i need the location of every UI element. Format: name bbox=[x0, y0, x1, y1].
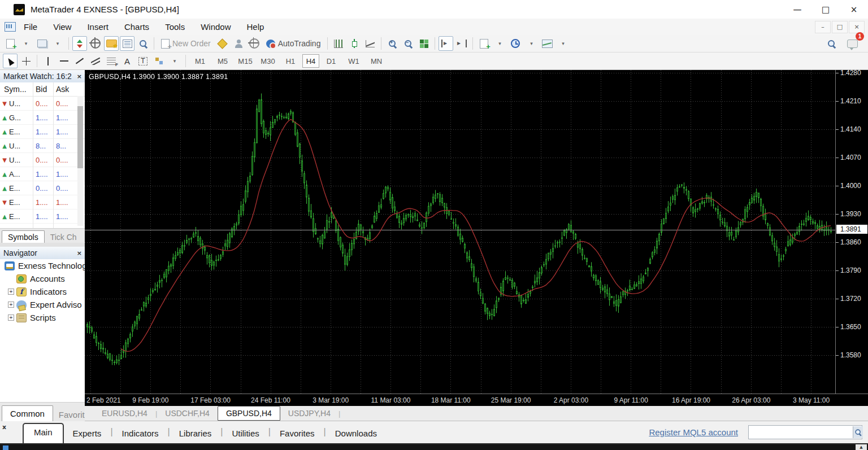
navigator-header[interactable]: Navigator × bbox=[0, 247, 85, 260]
terminal-tab-utilities[interactable]: Utilities bbox=[223, 424, 268, 443]
data-window-button[interactable] bbox=[88, 36, 103, 51]
child-close-button[interactable]: × bbox=[849, 21, 865, 33]
menu-file[interactable]: File bbox=[16, 19, 45, 34]
arrows-button[interactable] bbox=[151, 54, 166, 68]
market-watch-row[interactable]: ▲ E... 1.... 1.... bbox=[0, 209, 85, 224]
fibonacci-button[interactable]: F bbox=[104, 54, 119, 68]
market-watch-row[interactable]: ▼ E... 1.... 1.... bbox=[0, 195, 85, 209]
market-watch-header[interactable]: Market Watch: 16:2 × bbox=[0, 70, 85, 83]
indicators-list-button[interactable]: + bbox=[476, 36, 491, 51]
market-watch-row[interactable]: ▲ G... 1.... 1.... bbox=[0, 111, 85, 125]
text-tool-button[interactable]: A bbox=[120, 54, 134, 68]
trendline-button[interactable] bbox=[72, 54, 87, 68]
market-watch-row[interactable]: ▲ A... 1.... 1.... bbox=[0, 167, 85, 181]
timeframe-m5[interactable]: M5 bbox=[212, 54, 233, 68]
tile-windows-button[interactable] bbox=[416, 36, 431, 51]
timeframe-mn[interactable]: MN bbox=[366, 54, 387, 68]
vertical-line-button[interactable] bbox=[41, 54, 55, 68]
chart-tab-usdjpy[interactable]: USDJPY,H4 bbox=[280, 407, 338, 420]
chart-canvas[interactable] bbox=[85, 70, 835, 394]
market-watch-row[interactable]: ▲ E... 0.... 0.... bbox=[0, 181, 85, 195]
profiles-button[interactable] bbox=[34, 36, 49, 51]
terminal-close-icon[interactable]: x bbox=[2, 423, 6, 431]
chart-tab-gbpusd[interactable]: GBPUSD,H4 bbox=[218, 406, 280, 421]
market-watch-button[interactable] bbox=[72, 36, 87, 51]
market-watch-row[interactable]: ▲ F 1.... 1.... bbox=[0, 224, 85, 228]
timeframe-m15[interactable]: M15 bbox=[235, 54, 256, 68]
terminal-tab-libraries[interactable]: Libraries bbox=[170, 424, 221, 443]
chart-tab-eurusd[interactable]: EURUSD,H4 bbox=[94, 407, 155, 420]
timeframe-w1[interactable]: W1 bbox=[343, 54, 364, 68]
terminal-search-input[interactable] bbox=[749, 427, 853, 438]
expand-plus-icon[interactable]: + bbox=[8, 289, 14, 295]
window-close-button[interactable]: × bbox=[840, 0, 868, 19]
metaeditor-button[interactable] bbox=[215, 36, 230, 51]
text-label-button[interactable]: T bbox=[136, 54, 150, 68]
expand-plus-icon[interactable]: + bbox=[8, 302, 14, 308]
indicators-dropdown[interactable]: ▾ bbox=[492, 36, 507, 51]
tab-common[interactable]: Common bbox=[2, 405, 53, 421]
tree-item-indicators[interactable]: + Indicators bbox=[0, 285, 85, 298]
new-chart-dropdown[interactable]: ▾ bbox=[19, 36, 33, 51]
timeframe-d1[interactable]: D1 bbox=[320, 54, 342, 68]
chart-tab-usdchf[interactable]: USDCHF,H4 bbox=[157, 407, 218, 420]
timeframe-h4[interactable]: H4 bbox=[302, 54, 319, 68]
tree-item-accounts[interactable]: Accounts bbox=[0, 272, 85, 285]
equidistant-channel-button[interactable] bbox=[88, 54, 103, 68]
zoom-out-button[interactable]: − bbox=[401, 36, 415, 51]
market-watch-scrollbar[interactable] bbox=[77, 96, 83, 226]
terminal-search-button[interactable] bbox=[853, 426, 863, 438]
crosshair-tool-button[interactable] bbox=[19, 54, 33, 68]
horizontal-line-button[interactable] bbox=[57, 54, 71, 68]
child-minimize-button[interactable]: – bbox=[815, 21, 831, 33]
candlestick-chart-button[interactable] bbox=[347, 36, 362, 51]
cursor-tool-button[interactable] bbox=[3, 54, 18, 68]
menu-tools[interactable]: Tools bbox=[157, 19, 193, 34]
window-maximize-button[interactable]: □ bbox=[811, 0, 840, 19]
profiles-dropdown[interactable]: ▾ bbox=[50, 36, 65, 51]
terminal-tab-downloads[interactable]: Downloads bbox=[326, 424, 386, 443]
market-watch-row[interactable]: ▼ U... 0.... 0.... bbox=[0, 153, 85, 167]
price-scale[interactable]: 1.3891 1.42801.42101.41401.40701.40001.3… bbox=[835, 70, 868, 394]
search-button[interactable] bbox=[824, 36, 839, 51]
market-watch-row[interactable]: ▼ U... 0.... 0.... bbox=[0, 97, 85, 111]
new-order-button[interactable]: + New Order bbox=[158, 36, 214, 51]
expand-plus-icon[interactable]: + bbox=[8, 314, 14, 321]
line-chart-button[interactable] bbox=[363, 36, 377, 51]
panel-splitter[interactable] bbox=[0, 243, 85, 247]
menu-charts[interactable]: Charts bbox=[116, 19, 157, 34]
chart-shift-button[interactable] bbox=[454, 36, 469, 51]
auto-scroll-button[interactable] bbox=[439, 36, 453, 51]
timeframe-m1[interactable]: M1 bbox=[189, 54, 211, 68]
zoom-in-button[interactable]: + bbox=[385, 36, 400, 51]
periods-dropdown[interactable]: ▾ bbox=[524, 36, 539, 51]
tree-item-expert-advisors[interactable]: + Expert Adviso bbox=[0, 298, 85, 311]
community-button[interactable] bbox=[231, 36, 246, 51]
child-restore-button[interactable]: □ bbox=[832, 21, 848, 33]
arrows-dropdown[interactable]: ▾ bbox=[167, 54, 182, 68]
terminal-tab-main[interactable]: Main bbox=[23, 423, 64, 443]
bar-chart-button[interactable] bbox=[331, 36, 346, 51]
terminal-button[interactable] bbox=[120, 36, 134, 51]
window-minimize-button[interactable]: — bbox=[783, 0, 811, 19]
market-watch-column-headers[interactable]: Sym... Bid Ask bbox=[0, 82, 85, 97]
menu-view[interactable]: View bbox=[45, 19, 79, 34]
scroll-up-button[interactable]: ▲ bbox=[856, 444, 867, 450]
time-axis[interactable]: 2 Feb 20219 Feb 19:0017 Feb 03:0024 Feb … bbox=[85, 394, 868, 406]
register-mql5-link[interactable]: Register MQL5 account bbox=[649, 427, 738, 437]
navigator-close-icon[interactable]: × bbox=[77, 250, 82, 257]
strategy-tester-button[interactable] bbox=[136, 36, 150, 51]
market-watch-close-icon[interactable]: × bbox=[77, 73, 82, 80]
timeframe-m30[interactable]: M30 bbox=[257, 54, 279, 68]
scrollbar-thumb[interactable] bbox=[77, 106, 83, 168]
options-button[interactable] bbox=[247, 36, 262, 51]
periods-button[interactable] bbox=[508, 36, 523, 51]
autotrading-button[interactable]: AutoTrading bbox=[263, 36, 324, 51]
terminal-tab-indicators[interactable]: Indicators bbox=[113, 424, 168, 443]
tab-symbols[interactable]: Symbols bbox=[2, 230, 45, 243]
tree-item-account-server[interactable]: Exness Technolog bbox=[0, 259, 85, 272]
menu-window[interactable]: Window bbox=[193, 19, 238, 34]
terminal-tab-favorites[interactable]: Favorites bbox=[271, 424, 324, 443]
menu-insert[interactable]: Insert bbox=[79, 19, 116, 34]
timeframe-h1[interactable]: H1 bbox=[280, 54, 301, 68]
